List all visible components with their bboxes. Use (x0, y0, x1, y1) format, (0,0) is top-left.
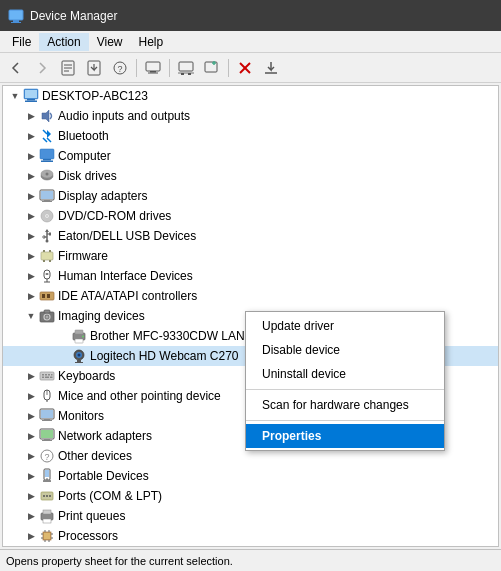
other-label: Other devices (58, 449, 132, 463)
uninstall-button[interactable] (233, 57, 257, 79)
svg-rect-76 (40, 372, 54, 380)
back-button[interactable] (4, 57, 28, 79)
ctx-disable-device[interactable]: Disable device (246, 338, 444, 362)
expander-display[interactable]: ▶ (23, 188, 39, 204)
expander-ports[interactable]: ▶ (23, 488, 39, 504)
svg-rect-31 (43, 159, 51, 161)
expander-dvd[interactable]: ▶ (23, 208, 39, 224)
print-icon (39, 508, 55, 524)
disk-icon (39, 168, 55, 184)
svg-rect-92 (41, 430, 53, 438)
svg-point-102 (43, 495, 45, 497)
tree-item-ide[interactable]: ▶ IDE ATA/ATAPI controllers (3, 286, 498, 306)
expander-keyboards[interactable]: ▶ (23, 368, 39, 384)
svg-rect-90 (42, 420, 52, 421)
svg-rect-53 (43, 260, 45, 262)
add-button[interactable] (200, 57, 224, 79)
app-icon (8, 8, 24, 24)
toolbar-separator-2 (169, 59, 170, 77)
camera-icon (39, 308, 55, 324)
svg-rect-0 (9, 10, 23, 20)
tree-item-audio[interactable]: ▶ Audio inputs and outputs (3, 106, 498, 126)
svg-rect-30 (40, 149, 54, 159)
menu-help[interactable]: Help (131, 33, 172, 51)
svg-rect-54 (49, 260, 51, 262)
expander-mice[interactable]: ▶ (23, 388, 39, 404)
expander-root[interactable]: ▼ (7, 88, 23, 104)
tree-item-dvd[interactable]: ▶ DVD/CD-ROM drives (3, 206, 498, 226)
tree-item-computer[interactable]: ▶ Computer (3, 146, 498, 166)
tree-item-eaton[interactable]: ▶ Eaton/DELL USB Devices (3, 226, 498, 246)
expander-monitors[interactable]: ▶ (23, 408, 39, 424)
dvd-label: DVD/CD-ROM drives (58, 209, 171, 223)
ctx-update-driver[interactable]: Update driver (246, 314, 444, 338)
expander-other[interactable]: ▶ (23, 448, 39, 464)
expander-imaging[interactable]: ▼ (23, 308, 39, 324)
svg-rect-14 (179, 62, 193, 71)
svg-marker-29 (42, 110, 49, 122)
svg-rect-106 (43, 510, 51, 514)
svg-rect-93 (44, 439, 50, 440)
help-button[interactable]: ? (108, 57, 132, 79)
svg-rect-66 (44, 310, 50, 313)
printer-icon (71, 328, 87, 344)
keyboards-label: Keyboards (58, 369, 115, 383)
svg-rect-98 (45, 470, 49, 477)
tree-item-hid[interactable]: ▶ Human Interface Devices (3, 266, 498, 286)
root-label: DESKTOP-ABC123 (42, 89, 148, 103)
tree-item-disk[interactable]: ▶ Disk drives (3, 166, 498, 186)
svg-rect-94 (42, 440, 52, 441)
tree-item-security[interactable]: ▶ Security devices (3, 546, 498, 547)
expander-computer[interactable]: ▶ (23, 148, 39, 164)
expander-ide[interactable]: ▶ (23, 288, 39, 304)
brother-label: Brother MFC-9330CDW LAN (90, 329, 245, 343)
expander-portable[interactable]: ▶ (23, 468, 39, 484)
svg-rect-75 (75, 362, 83, 363)
tree-item-display[interactable]: ▶ Display adapters (3, 186, 498, 206)
svg-rect-12 (150, 71, 156, 73)
computer-button[interactable] (141, 57, 165, 79)
svg-text:?: ? (117, 64, 122, 74)
svg-rect-74 (77, 360, 81, 362)
expander-disk[interactable]: ▶ (23, 168, 39, 184)
menu-action[interactable]: Action (39, 33, 88, 51)
tree-item-bluetooth[interactable]: ▶ Bluetooth (3, 126, 498, 146)
ctx-scan-hardware[interactable]: Scan for hardware changes (246, 393, 444, 417)
cpu-icon (39, 528, 55, 544)
expander-eaton[interactable]: ▶ (23, 228, 39, 244)
scan-button[interactable] (174, 57, 198, 79)
svg-rect-78 (45, 374, 47, 376)
tree-item-portable[interactable]: ▶ Portable Devices (3, 466, 498, 486)
forward-button[interactable] (30, 57, 54, 79)
other-icon: ? (39, 448, 55, 464)
toolbar-separator-3 (228, 59, 229, 77)
disk-label: Disk drives (58, 169, 117, 183)
svg-rect-2 (11, 22, 21, 23)
download-button[interactable] (259, 57, 283, 79)
monitors-label: Monitors (58, 409, 104, 423)
expander-bluetooth[interactable]: ▶ (23, 128, 39, 144)
expander-network[interactable]: ▶ (23, 428, 39, 444)
update-driver-button[interactable] (82, 57, 106, 79)
expander-processors[interactable]: ▶ (23, 528, 39, 544)
expander-firmware[interactable]: ▶ (23, 248, 39, 264)
tree-item-root[interactable]: ▼ DESKTOP-ABC123 (3, 86, 498, 106)
ctx-properties[interactable]: Properties (246, 424, 444, 448)
tree-item-ports[interactable]: ▶ Ports (COM & LPT) (3, 486, 498, 506)
menu-view[interactable]: View (89, 33, 131, 51)
monitor-icon (39, 408, 55, 424)
tree-item-print-queues[interactable]: ▶ Print queues (3, 506, 498, 526)
portable-label: Portable Devices (58, 469, 149, 483)
menu-file[interactable]: File (4, 33, 39, 51)
expander-audio[interactable]: ▶ (23, 108, 39, 124)
ctx-uninstall-device[interactable]: Uninstall device (246, 362, 444, 386)
firmware-icon (39, 248, 55, 264)
expander-print-queues[interactable]: ▶ (23, 508, 39, 524)
tree-item-processors[interactable]: ▶ Processors (3, 526, 498, 546)
properties-button[interactable] (56, 57, 80, 79)
svg-rect-69 (75, 339, 83, 343)
hid-icon (39, 268, 55, 284)
expander-hid[interactable]: ▶ (23, 268, 39, 284)
tree-item-firmware[interactable]: ▶ Firmware (3, 246, 498, 266)
menu-bar: File Action View Help (0, 31, 501, 53)
